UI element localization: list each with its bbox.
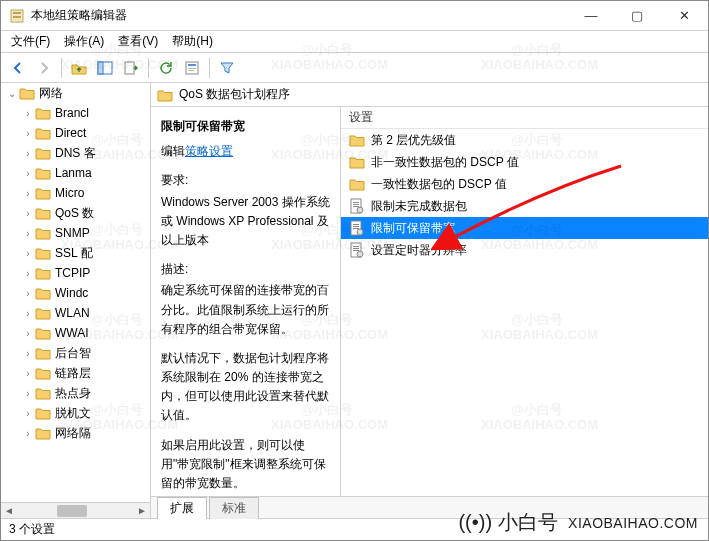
tree-node[interactable]: ›WWAI	[1, 323, 150, 343]
expand-icon[interactable]: ›	[21, 308, 35, 319]
menu-help[interactable]: 帮助(H)	[172, 33, 213, 50]
collapse-icon[interactable]: ⌄	[5, 88, 19, 99]
tree-node-label: 网络隔	[55, 425, 91, 442]
tree-node[interactable]: ›Brancl	[1, 103, 150, 123]
expand-icon[interactable]: ›	[21, 248, 35, 259]
toolbar-separator	[209, 58, 210, 78]
expand-icon[interactable]: ›	[21, 428, 35, 439]
menu-file[interactable]: 文件(F)	[11, 33, 50, 50]
requirements-text: Windows Server 2003 操作系统或 Windows XP Pro…	[161, 193, 330, 251]
column-header-setting[interactable]: 设置	[341, 107, 708, 129]
tree-node-label: SSL 配	[55, 245, 93, 262]
scroll-thumb[interactable]	[57, 505, 87, 517]
content-body: 限制可保留带宽 编辑策略设置 要求: Windows Server 2003 操…	[151, 107, 708, 496]
tree-node[interactable]: ›Lanma	[1, 163, 150, 183]
tree-node-label: SNMP	[55, 226, 90, 240]
tree-pane: ⌄ 网络 ›Brancl›Direct›DNS 客›Lanma›Micro›Qo…	[1, 83, 151, 518]
scroll-right-arrow[interactable]: ►	[134, 505, 150, 516]
refresh-button[interactable]	[155, 57, 177, 79]
expand-icon[interactable]: ›	[21, 368, 35, 379]
tree-node[interactable]: ›TCPIP	[1, 263, 150, 283]
expand-icon[interactable]: ›	[21, 148, 35, 159]
tree-scroll[interactable]: ⌄ 网络 ›Brancl›Direct›DNS 客›Lanma›Micro›Qo…	[1, 83, 150, 502]
tree-node[interactable]: ›Direct	[1, 123, 150, 143]
tree-node[interactable]: ›网络隔	[1, 423, 150, 443]
gpedit-window: 本地组策略编辑器 — ▢ ✕ 文件(F) 操作(A) 查看(V) 帮助(H)	[0, 0, 709, 541]
app-icon	[9, 8, 25, 24]
properties-button[interactable]	[181, 57, 203, 79]
list-body: 第 2 层优先级值非一致性数据包的 DSCP 值一致性数据包的 DSCP 值限制…	[341, 129, 708, 496]
expand-icon[interactable]: ›	[21, 288, 35, 299]
tab-extended[interactable]: 扩展	[157, 497, 207, 519]
list-row[interactable]: 限制未完成数据包	[341, 195, 708, 217]
tree-node-label: 后台智	[55, 345, 91, 362]
list-row-label: 第 2 层优先级值	[371, 132, 456, 149]
menu-view[interactable]: 查看(V)	[118, 33, 158, 50]
tree-node[interactable]: ›SNMP	[1, 223, 150, 243]
expand-icon[interactable]: ›	[21, 188, 35, 199]
export-list-button[interactable]	[120, 57, 142, 79]
bottom-tabs: 扩展 标准	[151, 496, 708, 518]
svg-point-24	[357, 251, 363, 257]
svg-rect-5	[125, 62, 134, 74]
tree-node-label: QoS 数	[55, 205, 94, 222]
tree-node[interactable]: ›WLAN	[1, 303, 150, 323]
tree-node[interactable]: ›链路层	[1, 363, 150, 383]
body: ⌄ 网络 ›Brancl›Direct›DNS 客›Lanma›Micro›Qo…	[1, 83, 708, 518]
tree-node[interactable]: ›Micro	[1, 183, 150, 203]
list-row[interactable]: 第 2 层优先级值	[341, 129, 708, 151]
window-title: 本地组策略编辑器	[31, 7, 568, 24]
expand-icon[interactable]: ›	[21, 408, 35, 419]
tree-node-label: 热点身	[55, 385, 91, 402]
toolbar	[1, 53, 708, 83]
list-row[interactable]: 限制可保留带宽	[341, 217, 708, 239]
tree-node-label: 链路层	[55, 365, 91, 382]
setting-name: 限制可保留带宽	[161, 117, 330, 136]
menu-action[interactable]: 操作(A)	[64, 33, 104, 50]
horizontal-scrollbar[interactable]: ◄ ►	[1, 502, 150, 518]
minimize-button[interactable]: —	[568, 1, 614, 31]
forward-button[interactable]	[33, 57, 55, 79]
expand-icon[interactable]: ›	[21, 228, 35, 239]
tree-node[interactable]: ›DNS 客	[1, 143, 150, 163]
tab-standard[interactable]: 标准	[209, 497, 259, 519]
expand-icon[interactable]: ›	[21, 348, 35, 359]
tree-node-label: Windc	[55, 286, 88, 300]
show-hide-tree-button[interactable]	[94, 57, 116, 79]
list-row-label: 一致性数据包的 DSCP 值	[371, 176, 507, 193]
folder-icon	[35, 326, 51, 340]
scroll-left-arrow[interactable]: ◄	[1, 505, 17, 516]
folder-icon	[35, 206, 51, 220]
expand-icon[interactable]: ›	[21, 108, 35, 119]
folder-icon	[35, 286, 51, 300]
expand-icon[interactable]: ›	[21, 388, 35, 399]
expand-icon[interactable]: ›	[21, 328, 35, 339]
expand-icon[interactable]: ›	[21, 128, 35, 139]
tree-node-label: TCPIP	[55, 266, 90, 280]
folder-icon	[35, 246, 51, 260]
up-button[interactable]	[68, 57, 90, 79]
tree-root-node[interactable]: ⌄ 网络	[1, 83, 150, 103]
maximize-button[interactable]: ▢	[614, 1, 660, 31]
close-button[interactable]: ✕	[660, 1, 708, 31]
tree-node[interactable]: ›脱机文	[1, 403, 150, 423]
back-button[interactable]	[7, 57, 29, 79]
expand-icon[interactable]: ›	[21, 268, 35, 279]
list-row[interactable]: 设置定时器分辨率	[341, 239, 708, 261]
folder-icon	[35, 126, 51, 140]
tree-node[interactable]: ›后台智	[1, 343, 150, 363]
filter-button[interactable]	[216, 57, 238, 79]
list-row[interactable]: 一致性数据包的 DSCP 值	[341, 173, 708, 195]
tree-node-label: Direct	[55, 126, 86, 140]
tree-node-label: DNS 客	[55, 145, 96, 162]
tree-node[interactable]: ›QoS 数	[1, 203, 150, 223]
list-row[interactable]: 非一致性数据包的 DSCP 值	[341, 151, 708, 173]
tree-node-label: Micro	[55, 186, 84, 200]
tree-node[interactable]: ›SSL 配	[1, 243, 150, 263]
folder-icon	[157, 88, 173, 102]
edit-policy-link[interactable]: 策略设置	[185, 144, 233, 158]
tree-node[interactable]: ›热点身	[1, 383, 150, 403]
tree-node[interactable]: ›Windc	[1, 283, 150, 303]
expand-icon[interactable]: ›	[21, 208, 35, 219]
expand-icon[interactable]: ›	[21, 168, 35, 179]
